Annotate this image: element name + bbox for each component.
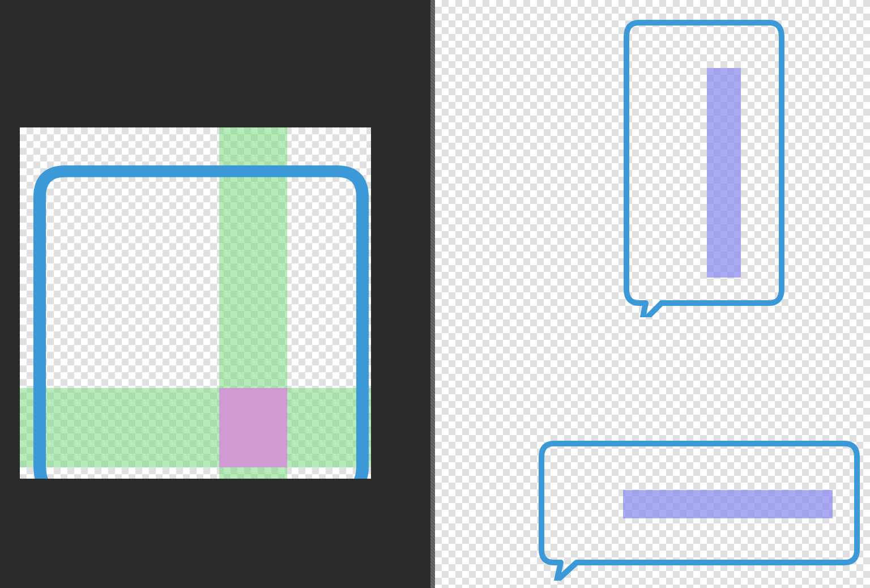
source-canvas[interactable] [20,127,371,479]
source-panel [0,0,430,588]
preview-panel [435,0,870,588]
nine-patch-editor [0,0,870,588]
preview-bubble-tall [622,17,786,317]
speech-bubble-icon [20,127,371,479]
panel-divider[interactable] [430,0,435,588]
speech-bubble-icon [622,17,786,317]
speech-bubble-icon [537,439,862,581]
preview-bubble-wide [537,439,862,581]
